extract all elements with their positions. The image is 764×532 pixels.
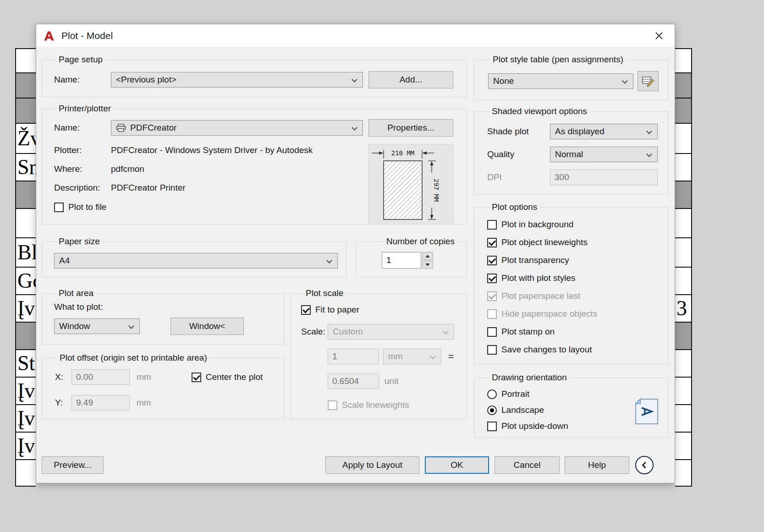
window-pick-button[interactable]: Window< (170, 318, 244, 335)
printer-name-select[interactable]: PDFCreator (111, 120, 363, 136)
printer-plotter-legend: Printer/plotter (56, 104, 113, 114)
page-setup-group: Page setup Name: <Previous plot> Add... (42, 55, 467, 97)
checkbox-icon (54, 203, 64, 212)
offset-x-input[interactable]: 0.00 (71, 369, 130, 385)
dialog-titlebar[interactable]: Plot - Model (36, 24, 675, 47)
edit-plot-style-button[interactable] (638, 71, 659, 91)
copies-increment-button[interactable] (422, 252, 433, 260)
where-label: Where: (54, 164, 111, 174)
scale-denominator-unit: unit (385, 376, 399, 386)
add-page-setup-button[interactable]: Add... (368, 71, 453, 88)
page-setup-legend: Page setup (56, 55, 105, 65)
plot-style-table-value: None (493, 76, 514, 86)
printer-icon (116, 124, 126, 132)
number-of-copies-group: Number of copies 1 (356, 236, 467, 277)
what-to-plot-select[interactable]: Window (54, 318, 140, 334)
close-button[interactable] (652, 28, 666, 43)
ok-button[interactable]: OK (425, 456, 489, 474)
plotter-label: Plotter: (54, 145, 111, 155)
plot-transparency-checkbox[interactable]: Plot transparency (487, 255, 663, 265)
cancel-button[interactable]: Cancel (495, 456, 560, 474)
paper-size-legend: Paper size (56, 236, 102, 247)
dialog-footer: Preview... Apply to Layout OK Cancel Hel… (42, 456, 654, 474)
collapse-options-button[interactable] (635, 456, 654, 474)
plot-stamp-on-checkbox[interactable]: Plot stamp on (487, 327, 663, 337)
landscape-label: Landscape (501, 405, 544, 415)
table-cell (16, 460, 36, 487)
scale-numerator-input[interactable]: 1 (328, 349, 379, 364)
shaded-viewport-options-group: Shaded viewport options Shade plot As di… (474, 106, 668, 195)
chevron-down-icon (326, 258, 332, 263)
background-drawing-left: Žv Sn Bl Gc Įv St Įv Įv Įv (15, 48, 36, 487)
paper-width-dimension: 210 MM (391, 149, 415, 157)
checkbox-icon (487, 256, 497, 265)
plot-style-table-select[interactable]: None (488, 73, 633, 89)
offset-y-input[interactable]: 9.49 (71, 395, 130, 411)
shade-plot-label: Shade plot (487, 126, 550, 137)
description-label: Description: (54, 183, 111, 193)
chevron-down-icon (352, 77, 357, 82)
printer-name-label: Name: (54, 123, 111, 133)
apply-to-layout-button[interactable]: Apply to Layout (325, 456, 419, 474)
plot-options-group: Plot options Plot in background Plot obj… (474, 202, 668, 364)
pen-table-icon (642, 76, 654, 87)
hide-paperspace-objects-checkbox[interactable]: Hide paperspace objects (487, 309, 663, 319)
chevron-down-icon (352, 125, 357, 131)
table-cell (675, 268, 691, 295)
checkbox-icon (487, 422, 497, 431)
plot-offset-legend: Plot offset (origin set to printable are… (57, 353, 209, 363)
plot-dialog: Plot - Model Page setup Name: <Previous … (36, 24, 675, 483)
printer-plotter-group: Printer/plotter Name: PDFCrea (42, 104, 467, 225)
scale-lineweights-checkbox[interactable]: Scale lineweights (328, 400, 454, 410)
table-cell (675, 99, 691, 124)
shaded-viewport-legend: Shaded viewport options (489, 106, 589, 116)
plot-in-background-checkbox[interactable]: Plot in background (487, 219, 663, 230)
scale-unit-select[interactable]: mm (383, 349, 441, 364)
table-cell (675, 350, 691, 378)
plot-scale-group: Plot scale Fit to paper Scale: Custom (291, 288, 467, 419)
plot-offset-group: Plot offset (origin set to printable are… (42, 353, 285, 419)
portrait-label: Portrait (501, 389, 529, 399)
chevron-down-icon (646, 151, 652, 157)
offset-y-unit: mm (137, 398, 151, 408)
save-changes-to-layout-checkbox[interactable]: Save changes to layout (487, 345, 663, 355)
portrait-radio[interactable]: Portrait (487, 389, 668, 399)
landscape-page-icon (635, 398, 659, 427)
table-cell: 3 (675, 295, 691, 323)
radio-icon (487, 406, 497, 415)
plot-paperspace-last-checkbox[interactable]: Plot paperspace last (487, 291, 663, 301)
chevron-down-icon (128, 323, 134, 329)
checkbox-icon (487, 345, 497, 355)
page-setup-name-select[interactable]: <Previous plot> (111, 72, 363, 88)
table-cell (16, 181, 36, 209)
table-cell: Įv (16, 433, 36, 460)
checkbox-label: Plot stamp on (501, 327, 555, 337)
paper-size-group: Paper size A4 (42, 236, 346, 277)
help-button[interactable]: Help (565, 456, 629, 474)
paper-size-select[interactable]: A4 (54, 253, 338, 269)
shade-plot-select[interactable]: As displayed (550, 124, 658, 139)
copies-decrement-button[interactable] (422, 261, 433, 269)
quality-value: Normal (555, 149, 583, 159)
arrow-up-icon (425, 255, 430, 258)
quality-select[interactable]: Normal (550, 147, 658, 162)
checkbox-label: Plot object lineweights (501, 237, 588, 247)
plot-with-plot-styles-checkbox[interactable]: Plot with plot styles (487, 273, 663, 283)
plot-style-table-group: Plot style table (pen assignments) None (474, 55, 668, 100)
scale-select[interactable]: Custom (328, 324, 454, 340)
checkbox-label: Plot with plot styles (501, 273, 576, 283)
copies-input[interactable]: 1 (382, 252, 421, 269)
table-cell (675, 181, 691, 209)
table-cell (16, 209, 36, 238)
dpi-label: DPI (487, 172, 550, 182)
center-the-plot-checkbox[interactable]: Center the plot (192, 372, 263, 382)
dpi-input[interactable]: 300 (550, 170, 658, 185)
scale-denominator-input[interactable]: 0.6504 (328, 373, 379, 389)
fit-to-paper-checkbox[interactable]: Fit to paper (301, 305, 454, 315)
table-cell (675, 405, 691, 433)
radio-icon (487, 389, 497, 399)
preview-button[interactable]: Preview... (42, 456, 104, 474)
properties-button[interactable]: Properties... (368, 119, 453, 137)
checkbox-icon (487, 274, 497, 283)
plot-object-lineweights-checkbox[interactable]: Plot object lineweights (487, 237, 663, 247)
